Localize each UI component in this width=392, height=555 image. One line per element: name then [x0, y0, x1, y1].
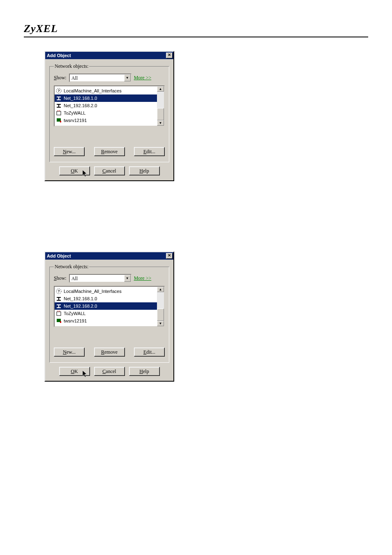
more-link[interactable]: More >>: [134, 75, 152, 81]
list-item-label: Net_192.168.1.0: [64, 96, 97, 101]
scrollbar[interactable]: ▲ ▼: [157, 86, 164, 126]
header-divider: [24, 37, 368, 37]
dialog-body: Network objects: Show: All ▼ More >> ? L…: [45, 260, 173, 381]
brand-logo: ZyXEL: [24, 23, 368, 35]
close-icon[interactable]: ✕: [166, 53, 173, 58]
group-legend: Network objects:: [54, 63, 89, 69]
dialog-add-object-1: Add Object ✕ Network objects: Show: All …: [44, 51, 174, 181]
show-combo[interactable]: All ▼: [69, 274, 131, 283]
cursor-icon: [83, 371, 88, 378]
list-item[interactable]: Net_192.168.2.0: [55, 302, 157, 310]
dialog-buttons-row: OK Cancel Help: [49, 367, 169, 376]
svg-rect-22: [57, 312, 61, 315]
show-label: Show:: [54, 75, 67, 81]
dialog-buttons-row: OK Cancel Help: [49, 166, 169, 175]
new-button[interactable]: New...: [54, 348, 85, 357]
list-item-label: LocalMachine_All_Interfaces: [64, 289, 122, 294]
list-item-label: LocalMachine_All_Interfaces: [64, 88, 122, 93]
show-row: Show: All ▼ More >>: [54, 274, 165, 283]
show-combo-value: All: [70, 275, 124, 282]
network-objects-group: Network objects: Show: All ▼ More >> ? L…: [49, 63, 169, 162]
scroll-thumb[interactable]: [157, 108, 164, 120]
list-item-label: Net_192.168.2.0: [64, 103, 97, 108]
scroll-up-icon[interactable]: ▲: [157, 287, 164, 292]
edit-button[interactable]: Edit...: [134, 147, 165, 156]
edit-button[interactable]: Edit...: [134, 348, 165, 357]
host-icon: [55, 318, 62, 324]
svg-rect-8: [57, 111, 61, 115]
list-item-label: twsrv12191: [64, 118, 87, 123]
dialog-window: Add Object ✕ Network objects: Show: All …: [44, 251, 174, 382]
close-icon[interactable]: ✕: [166, 253, 173, 259]
network-objects-listbox[interactable]: ? LocalMachine_All_Interfaces Net_192.16…: [54, 286, 165, 327]
object-buttons-row: New... Remove Edit...: [54, 147, 165, 156]
network-icon: [55, 95, 62, 101]
cancel-button[interactable]: Cancel: [94, 367, 125, 376]
list-item-label: Net_192.168.1.0: [64, 296, 97, 301]
scroll-down-icon[interactable]: ▼: [157, 120, 164, 126]
question-icon: ?: [55, 288, 62, 295]
list-item-label: twsrv12191: [64, 318, 87, 323]
host-icon: [55, 117, 62, 124]
scroll-thumb[interactable]: [157, 309, 164, 321]
network-icon: [55, 303, 62, 309]
page-header: ZyXEL: [24, 23, 368, 37]
scroll-track[interactable]: [157, 92, 164, 120]
titlebar[interactable]: Add Object ✕: [45, 52, 173, 59]
dialog-body: Network objects: Show: All ▼ More >> ? L…: [45, 59, 173, 180]
device-icon: [55, 110, 62, 116]
titlebar-text: Add Object: [47, 253, 71, 258]
list-item[interactable]: ? LocalMachine_All_Interfaces: [55, 288, 157, 295]
chevron-down-icon[interactable]: ▼: [124, 74, 131, 81]
show-combo[interactable]: All ▼: [69, 74, 131, 82]
titlebar[interactable]: Add Object ✕: [45, 252, 173, 260]
list-item[interactable]: twsrv12191: [55, 317, 157, 325]
ok-button[interactable]: OK: [59, 367, 90, 376]
cancel-button[interactable]: Cancel: [94, 166, 125, 175]
show-row: Show: All ▼ More >>: [54, 74, 165, 82]
scroll-up-icon[interactable]: ▲: [157, 86, 164, 92]
scroll-down-icon[interactable]: ▼: [157, 321, 164, 326]
remove-button[interactable]: Remove: [94, 147, 125, 156]
list-items: ? LocalMachine_All_Interfaces Net_192.16…: [55, 86, 157, 126]
network-objects-listbox[interactable]: ? LocalMachine_All_Interfaces Net_192.16…: [54, 85, 165, 127]
ok-button[interactable]: OK: [59, 166, 90, 175]
device-icon: [55, 310, 62, 317]
scroll-track[interactable]: [157, 292, 164, 321]
svg-marker-27: [83, 371, 87, 377]
svg-rect-26: [60, 321, 61, 323]
list-item[interactable]: twsrv12191: [55, 117, 157, 124]
network-icon: [55, 295, 62, 302]
more-link[interactable]: More >>: [134, 275, 152, 281]
list-item-label: ToZyWALL: [64, 311, 85, 316]
help-button[interactable]: Help: [129, 367, 160, 376]
dialog-add-object-2: Add Object ✕ Network objects: Show: All …: [44, 251, 174, 382]
new-button[interactable]: New...: [54, 147, 85, 156]
show-combo-value: All: [70, 74, 124, 81]
help-button[interactable]: Help: [129, 166, 160, 175]
svg-text:?: ?: [58, 89, 60, 93]
svg-marker-13: [83, 170, 87, 177]
svg-rect-12: [60, 121, 61, 122]
list-item[interactable]: Net_192.168.2.0: [55, 102, 157, 109]
chevron-down-icon[interactable]: ▼: [124, 275, 131, 282]
list-item[interactable]: Net_192.168.1.0: [55, 295, 157, 302]
cursor-icon: [83, 170, 88, 177]
question-icon: ?: [55, 88, 62, 94]
network-icon: [55, 102, 62, 109]
remove-button[interactable]: Remove: [94, 348, 125, 357]
list-item[interactable]: ToZyWALL: [55, 310, 157, 317]
titlebar-text: Add Object: [47, 53, 71, 58]
svg-text:?: ?: [58, 289, 60, 293]
show-label: Show:: [54, 275, 67, 281]
dialog-window: Add Object ✕ Network objects: Show: All …: [44, 51, 174, 181]
list-item[interactable]: Net_192.168.1.0: [55, 94, 157, 102]
object-buttons-row: New... Remove Edit...: [54, 348, 165, 357]
list-item[interactable]: ToZyWALL: [55, 109, 157, 117]
list-item-label: ToZyWALL: [64, 111, 85, 115]
group-legend: Network objects:: [54, 264, 89, 270]
network-objects-group: Network objects: Show: All ▼ More >> ? L…: [49, 264, 169, 363]
list-item-label: Net_192.168.2.0: [64, 304, 97, 309]
list-item[interactable]: ? LocalMachine_All_Interfaces: [55, 87, 157, 94]
scrollbar[interactable]: ▲ ▼: [157, 287, 164, 326]
